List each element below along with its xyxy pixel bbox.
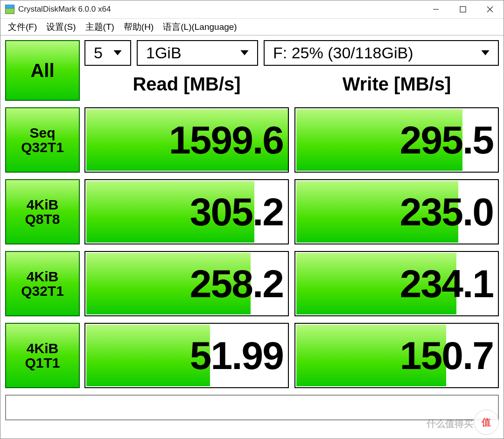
menu-language[interactable]: 语言(L)(Language) — [158, 19, 241, 35]
test-run-button[interactable]: SeqQ32T1 — [5, 107, 80, 173]
menu-help[interactable]: 帮助(H) — [119, 19, 158, 35]
menu-bar: 文件(F) 设置(S) 主题(T) 帮助(H) 语言(L)(Language) — [0, 19, 504, 35]
run-all-button[interactable]: All — [5, 40, 80, 101]
watermark-badge: 值 — [474, 410, 499, 435]
top-right-panel: 5 1GiB F: 25% (30/118GiB) Read [MB/s] Wr… — [84, 40, 499, 101]
test-row: 4KiBQ8T8305.2235.0 — [5, 179, 499, 244]
test-label-line1: 4KiB — [27, 269, 58, 284]
test-row: 4KiBQ1T151.99150.7 — [5, 323, 499, 388]
write-value: 235.0 — [400, 189, 493, 235]
loop-count-value: 5 — [94, 44, 103, 62]
test-label-line1: Seq — [29, 125, 55, 140]
write-result-cell: 235.0 — [294, 179, 499, 244]
result-cells: 305.2235.0 — [84, 179, 499, 244]
close-icon — [487, 6, 493, 13]
read-value: 1599.6 — [169, 118, 283, 163]
drive-value: F: 25% (30/118GiB) — [273, 44, 413, 62]
test-label-line1: 4KiB — [27, 341, 58, 356]
test-run-button[interactable]: 4KiBQ32T1 — [5, 251, 80, 316]
header-read: Read [MB/s] — [84, 74, 289, 95]
test-row: 4KiBQ32T1258.2234.1 — [5, 251, 499, 316]
app-window: CrystalDiskMark 6.0.0 x64 文件(F) 设置(S) 主题… — [0, 0, 504, 439]
test-row: SeqQ32T11599.6295.5 — [5, 107, 499, 173]
tests-container: SeqQ32T11599.6295.54KiBQ8T8305.2235.04Ki… — [5, 101, 499, 388]
drive-select[interactable]: F: 25% (30/118GiB) — [264, 40, 499, 66]
test-size-select[interactable]: 1GiB — [137, 40, 258, 66]
svg-rect-1 — [460, 7, 466, 12]
read-result-cell: 51.99 — [84, 323, 289, 388]
title-bar: CrystalDiskMark 6.0.0 x64 — [0, 0, 504, 19]
result-cells: 51.99150.7 — [84, 323, 499, 388]
test-label-line2: Q1T1 — [25, 355, 60, 370]
chevron-down-icon — [238, 44, 251, 62]
test-run-button[interactable]: 4KiBQ1T1 — [5, 323, 80, 388]
loop-count-select[interactable]: 5 — [84, 40, 131, 66]
menu-file[interactable]: 文件(F) — [3, 19, 42, 35]
read-result-cell: 1599.6 — [84, 107, 289, 173]
chevron-down-icon — [112, 44, 124, 62]
test-run-button[interactable]: 4KiBQ8T8 — [5, 179, 80, 244]
write-result-cell: 234.1 — [294, 251, 499, 316]
write-result-cell: 295.5 — [294, 107, 499, 173]
selectors-row: 5 1GiB F: 25% (30/118GiB) — [84, 40, 499, 66]
write-value: 295.5 — [400, 118, 493, 163]
menu-settings[interactable]: 设置(S) — [42, 19, 80, 35]
read-value: 51.99 — [190, 333, 283, 378]
app-icon — [5, 5, 14, 14]
content-area: All 5 1GiB F: 25% (30/118GiB) — [0, 35, 504, 439]
top-row: All 5 1GiB F: 25% (30/118GiB) — [5, 40, 499, 101]
test-size-value: 1GiB — [146, 44, 182, 62]
watermark-text: 什么值得买 — [427, 418, 473, 430]
status-bar — [5, 395, 499, 420]
close-button[interactable] — [476, 0, 504, 18]
read-result-cell: 258.2 — [84, 251, 289, 316]
test-label-line2: Q32T1 — [21, 284, 64, 299]
read-value: 305.2 — [190, 189, 283, 235]
header-write: Write [MB/s] — [294, 74, 499, 95]
chevron-down-icon — [479, 44, 491, 62]
test-label-line2: Q32T1 — [21, 140, 64, 155]
maximize-button[interactable] — [449, 0, 476, 18]
result-cells: 258.2234.1 — [84, 251, 499, 316]
result-cells: 1599.6295.5 — [84, 107, 499, 173]
read-result-cell: 305.2 — [84, 179, 289, 244]
test-label-line1: 4KiB — [27, 197, 58, 212]
minimize-button[interactable] — [422, 0, 449, 18]
test-label-line2: Q8T8 — [25, 212, 60, 227]
write-value: 234.1 — [400, 261, 493, 307]
window-title: CrystalDiskMark 6.0.0 x64 — [18, 5, 111, 14]
read-value: 258.2 — [190, 261, 283, 307]
write-value: 150.7 — [400, 333, 493, 378]
menu-theme[interactable]: 主题(T) — [81, 19, 119, 35]
window-controls — [422, 0, 504, 18]
header-row: Read [MB/s] Write [MB/s] — [84, 70, 499, 98]
maximize-icon — [460, 6, 466, 13]
minimize-icon — [433, 6, 439, 13]
write-result-cell: 150.7 — [294, 323, 499, 388]
